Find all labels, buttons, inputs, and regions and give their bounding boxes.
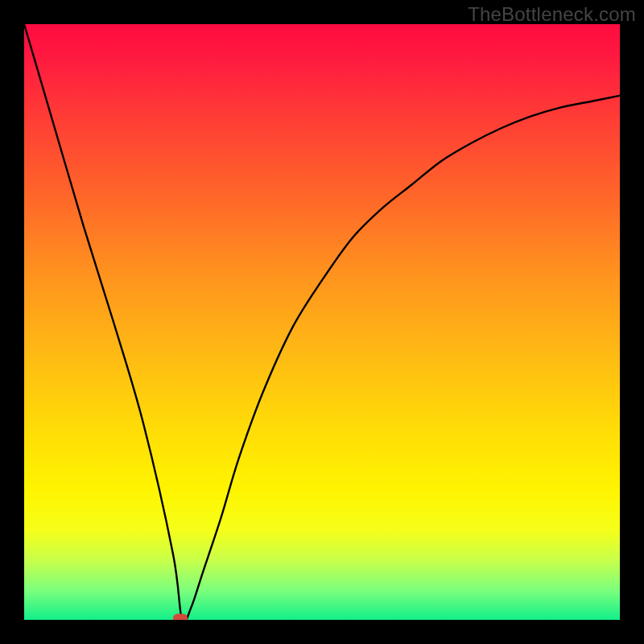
curve-path <box>24 24 620 620</box>
plot-area <box>24 24 620 620</box>
chart-frame: TheBottleneck.com <box>0 0 644 644</box>
bottleneck-curve <box>24 24 620 620</box>
optimal-point-marker <box>173 614 188 621</box>
watermark-text: TheBottleneck.com <box>468 3 636 26</box>
